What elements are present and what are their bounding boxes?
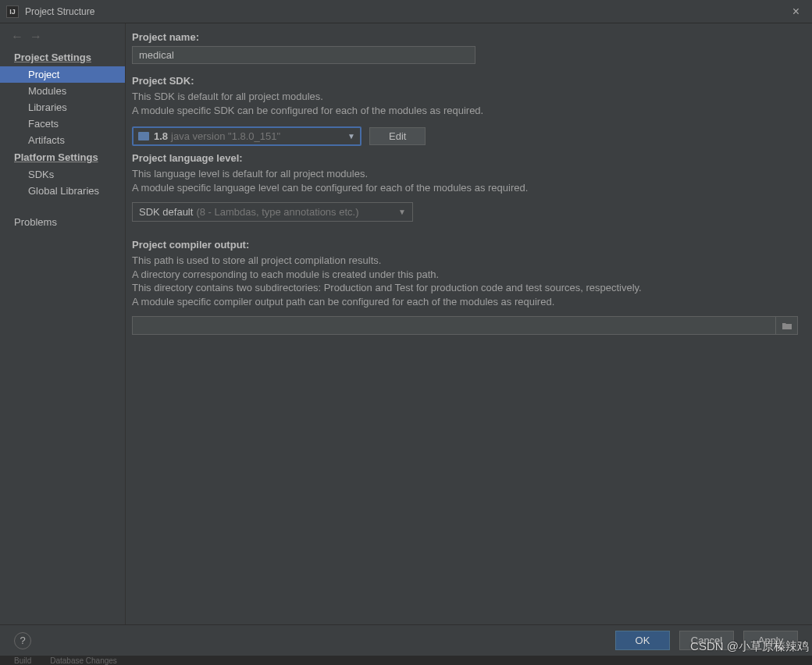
app-icon: IJ [6, 5, 19, 18]
nav-arrows: ← → [0, 25, 125, 48]
out-help-3: This directory contains two subdirectori… [132, 281, 798, 295]
chevron-down-icon: ▼ [398, 208, 406, 216]
help-icon[interactable]: ? [14, 632, 31, 649]
out-help-2: A directory corresponding to each module… [132, 268, 798, 282]
sdk-name: 1.8 [154, 130, 168, 142]
lang-level-detail: (8 - Lambdas, type annotations etc.) [196, 206, 358, 218]
forward-icon[interactable]: → [27, 30, 45, 44]
sidebar: ← → Project Settings Project Modules Lib… [0, 23, 126, 624]
language-level-combo[interactable]: SDK default (8 - Lambdas, type annotatio… [132, 202, 413, 222]
project-name-input[interactable] [132, 46, 475, 64]
sidebar-item-sdks[interactable]: SDKs [0, 166, 125, 183]
sidebar-item-modules[interactable]: Modules [0, 83, 125, 99]
out-help-4: A module specific compiler output path c… [132, 295, 798, 309]
cancel-button[interactable]: Cancel [679, 631, 734, 650]
sdk-help-1: This SDK is default for all project modu… [132, 90, 798, 104]
sdk-help-2: A module specific SDK can be configured … [132, 104, 798, 118]
lang-help-1: This language level is default for all p… [132, 167, 798, 181]
edit-sdk-button[interactable]: Edit [369, 127, 426, 145]
chevron-down-icon: ▼ [347, 132, 355, 140]
compiler-output-input[interactable] [132, 316, 776, 335]
back-icon[interactable]: ← [8, 30, 27, 44]
sidebar-category-project: Project Settings [0, 48, 125, 66]
project-sdk-label: Project SDK: [132, 75, 798, 87]
folder-icon [138, 132, 149, 140]
project-sdk-combo[interactable]: 1.8 java version "1.8.0_151" ▼ [132, 126, 361, 146]
lang-help-2: A module specific language level can be … [132, 181, 798, 195]
sidebar-category-platform: Platform Settings [0, 148, 125, 166]
ok-button[interactable]: OK [615, 631, 670, 650]
sidebar-item-problems[interactable]: Problems [0, 213, 125, 231]
content-pane: Project name: Project SDK: This SDK is d… [126, 23, 812, 624]
sidebar-item-artifacts[interactable]: Artifacts [0, 132, 125, 148]
dialog-body: ← → Project Settings Project Modules Lib… [0, 23, 812, 624]
browse-icon[interactable] [776, 316, 798, 335]
close-icon[interactable]: × [786, 5, 806, 19]
sdk-version: java version "1.8.0_151" [171, 130, 280, 142]
out-help-1: This path is used to store all project c… [132, 254, 798, 268]
status-db: Database Changes [50, 656, 117, 665]
sidebar-item-project[interactable]: Project [0, 66, 125, 83]
status-build: Build [14, 656, 31, 665]
titlebar: IJ Project Structure × [0, 0, 812, 23]
compiler-output-label: Project compiler output: [132, 239, 798, 251]
dialog-footer: ? OK Cancel Apply [0, 624, 812, 656]
apply-button[interactable]: Apply [743, 631, 798, 650]
window-title: Project Structure [25, 6, 94, 17]
project-name-label: Project name: [132, 31, 798, 43]
sidebar-item-libraries[interactable]: Libraries [0, 99, 125, 116]
status-bar: Build Database Changes [0, 656, 812, 665]
sidebar-item-global-libraries[interactable]: Global Libraries [0, 183, 125, 199]
sidebar-item-facets[interactable]: Facets [0, 116, 125, 132]
lang-level-value: SDK default [139, 206, 193, 218]
lang-level-label: Project language level: [132, 152, 798, 164]
